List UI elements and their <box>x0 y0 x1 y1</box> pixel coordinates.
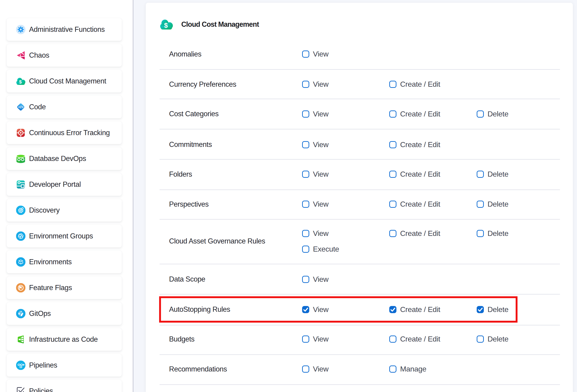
svg-text:$: $ <box>164 22 168 29</box>
svg-text:</>: </> <box>18 105 23 109</box>
svg-text:$: $ <box>19 79 22 84</box>
